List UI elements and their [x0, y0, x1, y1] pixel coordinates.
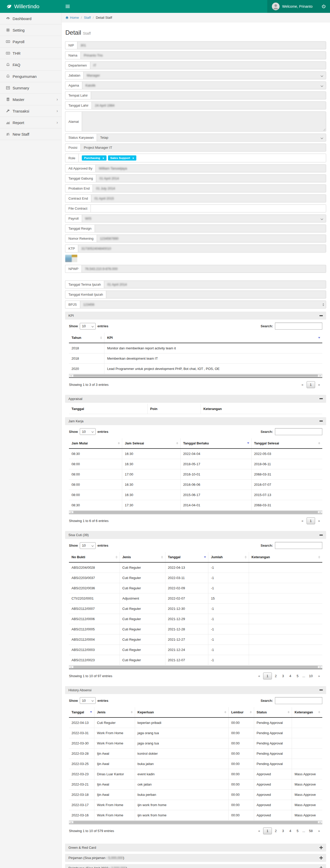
search-input[interactable]	[275, 542, 322, 549]
pagination-page-2[interactable]: 2	[273, 673, 279, 679]
sidebar-toggle-button[interactable]	[62, 0, 74, 13]
ktp-input[interactable]: 3173052404840010	[78, 245, 326, 252]
bpjs-input[interactable]: 123456	[80, 301, 326, 309]
pagination-page-4[interactable]: 4	[287, 673, 294, 679]
table-row[interactable]: ABS/2112/0007Cuti Reguler2021-12-30-1	[69, 604, 322, 614]
chip-remove-button[interactable]: x	[133, 156, 134, 159]
pagination-page-5[interactable]: 5	[294, 673, 301, 679]
column-header-tanggal[interactable]: Tanggal	[165, 552, 208, 562]
table-row[interactable]: 2022-03-21Ijin Awalcek jaitan00:00Approv…	[69, 779, 322, 789]
table-row[interactable]: ABS/2204/0028Cuti Reguler2022-04-13-1	[69, 562, 322, 573]
pagination-page-3[interactable]: 3	[280, 673, 286, 679]
tanggal-gabung-input[interactable]: 01 April 2014	[96, 175, 326, 182]
scroll-right-icon[interactable]: ›	[318, 821, 322, 824]
accordion-reimburse[interactable]: Reimburse (Sisa limit 2022 : 3,500,000)	[65, 864, 326, 868]
scroll-right-icon[interactable]: ›	[318, 665, 322, 669]
column-header-jam-selesai[interactable]: Jam Selesai	[122, 438, 181, 448]
sidebar-item-pengumuman[interactable]: Pengumuman	[0, 71, 61, 82]
pagination-prev-button[interactable]: «	[256, 828, 263, 834]
column-header-status[interactable]: Status	[254, 707, 292, 717]
search-input[interactable]	[275, 323, 322, 330]
table-row[interactable]: 08:0017:002016-10-012068-03-31	[69, 469, 322, 479]
pagination-prev-button[interactable]: «	[299, 518, 306, 524]
table-row[interactable]: 2020Lead Programmer untuk project develo…	[69, 364, 322, 374]
panel-header-appraisal[interactable]: Appraisal	[65, 395, 326, 403]
collapse-icon[interactable]	[320, 315, 323, 316]
sidebar-item-faq[interactable]: FAQ	[0, 59, 61, 71]
panel-header-history-absensi[interactable]: History Absensi	[65, 686, 326, 694]
table-row[interactable]: ABS/2203/0037Cuti Reguler2022-03-11-1	[69, 573, 322, 583]
scroll-right-icon[interactable]: ›	[318, 374, 322, 377]
sidebar-item-payroll[interactable]: Payroll	[0, 36, 61, 48]
column-header-jam-mulai[interactable]: Jam Mulai	[69, 438, 122, 448]
agama-select[interactable]: Katolik	[82, 82, 326, 89]
scrollbar-thumb[interactable]	[73, 666, 318, 668]
pagination-page-2[interactable]: 2	[273, 828, 279, 834]
table-row[interactable]: 2018Memberikan development team IT	[69, 353, 322, 364]
nomor-rekening-input[interactable]: 1234567890	[97, 235, 326, 243]
column-header-jenis[interactable]: Jenis	[119, 552, 165, 562]
page-length-select[interactable]: 10	[80, 697, 96, 704]
table-row[interactable]: ABS/2112/0005Cuti Reguler2021-12-28-1	[69, 624, 322, 634]
scrollbar-thumb[interactable]	[73, 821, 318, 823]
sidebar-item-summary[interactable]: Summary	[0, 82, 61, 94]
att-approved-by-input[interactable]: William Tanuwijaya	[95, 164, 326, 173]
pagination-page-10[interactable]: 10	[307, 673, 315, 679]
ktp-image[interactable]	[65, 254, 77, 262]
table-row[interactable]: 08:0016:302015-06-172015-07-13	[69, 490, 322, 500]
breadcrumb-staff-link[interactable]: Staff	[84, 16, 91, 20]
scrollbar-thumb[interactable]	[73, 375, 318, 377]
table-row[interactable]: ABS/2112/0004Cuti Reguler2021-12-27-1	[69, 634, 322, 645]
column-header-jenis[interactable]: Jenis	[94, 707, 135, 717]
search-input[interactable]	[275, 697, 322, 704]
panel-header-sisa-cuti[interactable]: Sisa Cuti (39)	[65, 531, 326, 539]
column-header-tahun[interactable]: Tahun	[69, 333, 104, 343]
pagination-page-1[interactable]: 1	[307, 517, 315, 524]
tanggal-lahir-input[interactable]: 24 April 1984	[91, 101, 326, 110]
pagination-next-button[interactable]: »	[316, 518, 322, 524]
sidebar-item-thr[interactable]: THR	[0, 48, 61, 59]
alamat-textarea[interactable]	[82, 112, 326, 131]
pagination-page-3[interactable]: 3	[280, 828, 286, 834]
table-row[interactable]: 2022-03-23Dinas Luar Kantorevent kadin00…	[69, 769, 322, 779]
collapse-icon[interactable]	[320, 398, 323, 399]
posisi-input[interactable]: Project Manager IT	[81, 144, 326, 152]
pagination-next-button[interactable]: »	[316, 381, 322, 388]
page-length-select[interactable]: 10	[80, 542, 96, 549]
pagination-page-1[interactable]: 1	[263, 673, 272, 679]
panel-header-kpi[interactable]: KPI	[65, 312, 326, 319]
column-header-jumlah[interactable]: Jumlah	[208, 552, 249, 562]
pagination-prev-button[interactable]: «	[299, 381, 306, 388]
column-header-tanggal-berlaku[interactable]: Tanggal Berlaku	[180, 438, 251, 448]
table-row[interactable]: 2022-03-17Work From Homeijin work from h…	[69, 800, 322, 810]
scroll-right-icon[interactable]: ›	[318, 511, 322, 514]
column-header-kpi[interactable]: KPI	[104, 333, 322, 343]
search-input[interactable]	[275, 428, 322, 435]
breadcrumb-home-link[interactable]: Home	[65, 16, 79, 20]
sidebar-item-new-staff[interactable]: New Staff	[0, 128, 61, 140]
column-header-lembur[interactable]: Lembur	[229, 707, 254, 717]
number-spinner[interactable]	[323, 303, 324, 306]
chip-remove-button[interactable]: x	[102, 156, 104, 159]
tempat-lahir-input[interactable]	[91, 91, 326, 99]
page-length-select[interactable]: 10	[80, 323, 96, 330]
sidebar-item-transaksi[interactable]: Transaksi›	[0, 105, 61, 117]
nama-input[interactable]: Prinanto Trio	[81, 51, 326, 59]
pagination-next-button[interactable]: »	[316, 673, 322, 679]
table-row[interactable]: 2022-03-31Work From Homejaga orang tua00…	[69, 728, 322, 738]
departemen-input[interactable]: IT	[90, 61, 326, 69]
tanggal-kembali-ijazah-input[interactable]	[106, 290, 326, 299]
column-header-keterangan[interactable]: Keterangan	[292, 707, 322, 717]
pagination-page-4[interactable]: 4	[287, 828, 294, 834]
table-row[interactable]: 08:0016:302018-05-172018-06-11	[69, 459, 322, 469]
horizontal-scrollbar[interactable]: ‹ ›	[69, 820, 322, 824]
table-row[interactable]: 2022-03-28Ijin Awalkontrol dokter00:00Pe…	[69, 748, 322, 758]
scroll-left-icon[interactable]: ‹	[69, 821, 73, 824]
table-row[interactable]: ABS/2112/0023Cuti Reguler2021-12-07-1	[69, 655, 322, 665]
scroll-left-icon[interactable]: ‹	[69, 374, 73, 377]
sidebar-item-dashboard[interactable]: Dashboard	[0, 13, 61, 24]
table-row[interactable]: ABS/2112/0006Cuti Reguler2021-12-29-1	[69, 614, 322, 624]
contract-end-input[interactable]: 01 April 2015	[91, 194, 326, 203]
panel-header-jam-kerja[interactable]: Jam Kerja	[65, 417, 326, 425]
status-karyawan-select[interactable]: Tetap	[97, 133, 326, 142]
